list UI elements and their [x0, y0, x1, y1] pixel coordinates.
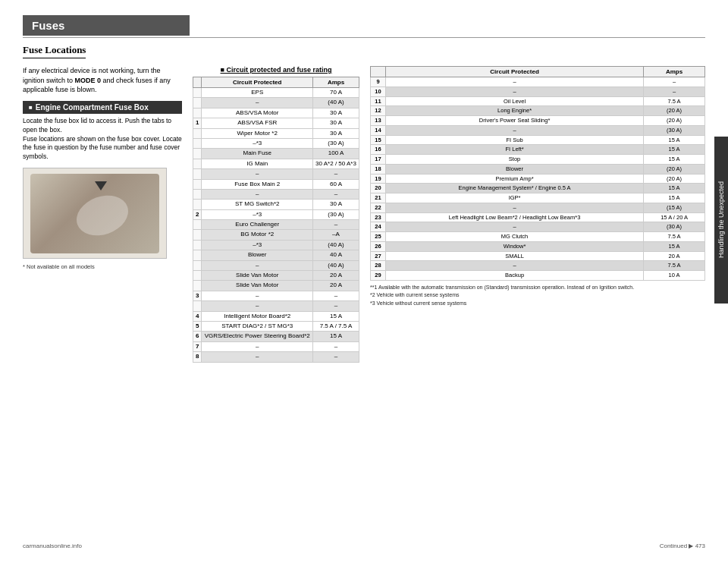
- table-row-num: [193, 301, 202, 311]
- right-table-row-amps: 15 A: [644, 145, 705, 155]
- page-title: Fuses: [23, 15, 190, 36]
- table-row-circuit: Main Fuse: [202, 149, 313, 159]
- table-row-circuit: –: [202, 352, 313, 362]
- right-table-row-num: 26: [371, 241, 386, 251]
- right-table-row-num: 22: [371, 203, 386, 212]
- table-row-amps: 15 A: [313, 332, 359, 341]
- engine-box-title: Engine Compartment Fuse Box: [36, 103, 149, 112]
- right-table-row-amps: (20 A): [644, 116, 705, 126]
- right-table-row: 10––: [371, 86, 705, 96]
- table-row: –*3(40 A): [193, 240, 359, 250]
- table-row-num: [193, 128, 202, 138]
- table-row-num: [193, 230, 202, 240]
- table-row-amps: 15 A: [313, 311, 359, 321]
- table-row-circuit: ABS/VSA FSR: [202, 118, 313, 128]
- table-row-amps: (40 A): [313, 240, 359, 250]
- right-table-row-circuit: –: [386, 203, 644, 212]
- table-row-circuit: –: [202, 169, 313, 179]
- right-table-row: 22–(15 A): [371, 203, 705, 212]
- table-row: 4Intelligent Motor Board*215 A: [193, 311, 359, 321]
- table-row-num: 5: [193, 321, 202, 331]
- right-table-row-circuit: FI Left*: [386, 145, 644, 155]
- right-table-row-num: 21: [371, 193, 386, 203]
- right-table-row-num: 27: [371, 251, 386, 261]
- table-row-num: 1: [193, 118, 202, 128]
- table-row-num: [193, 281, 202, 291]
- right-table-row-amps: 15 A: [644, 184, 705, 193]
- right-table-row-circuit: Backup: [386, 271, 644, 281]
- page-number: ▶: [689, 543, 695, 549]
- table-row-circuit: –: [202, 189, 313, 199]
- footnote-right-2: *2 Vehicle with current sense systems: [370, 291, 705, 300]
- watermark: carmanualsonline.info: [23, 543, 82, 549]
- right-table-row: 24–(30 A): [371, 222, 705, 232]
- table-row-amps: 30 A*2 / 50 A*3: [313, 159, 359, 168]
- right-table-row: 19Premium Amp*(20 A): [371, 174, 705, 184]
- table-row: Main Fuse100 A: [193, 149, 359, 159]
- table-row: ––: [193, 301, 359, 311]
- table-row: ––: [193, 189, 359, 199]
- table-row-num: [193, 108, 202, 118]
- engine-box-header: Engine Compartment Fuse Box: [23, 101, 182, 114]
- table-row: EPS70 A: [193, 88, 359, 98]
- table-row-amps: 30 A: [313, 118, 359, 128]
- table-row: ST MG Switch*230 A: [193, 200, 359, 209]
- fuse-box-image: [23, 168, 167, 259]
- table-row-amps: –: [313, 341, 359, 351]
- right-table-row: 15FI Sub15 A: [371, 135, 705, 145]
- table-row-amps: 30 A: [313, 128, 359, 138]
- engine-desc-1: Locate the fuse box lid to access it. Pu…: [23, 117, 171, 134]
- table-row-num: 3: [193, 291, 202, 300]
- continued-label: Continued ▶ 473: [660, 543, 705, 549]
- right-table-row-circuit: Window*: [386, 241, 644, 251]
- table-row-circuit: START DIAG*2 / ST MG*3: [202, 321, 313, 331]
- right-table-row: 29Backup10 A: [371, 271, 705, 281]
- side-tab: Handling the Unexpected: [714, 137, 728, 304]
- table-row-amps: –: [313, 220, 359, 230]
- table-row-amps: (30 A): [313, 138, 359, 148]
- right-table-row-amps: 15 A: [644, 155, 705, 165]
- table-row-num: [193, 98, 202, 108]
- right-table-row-num: 29: [371, 271, 386, 281]
- table-row: –(40 A): [193, 260, 359, 270]
- right-table-row-circuit: SMALL: [386, 251, 644, 261]
- table-row-amps: 30 A: [313, 200, 359, 209]
- right-table-row-amps: 15 A: [644, 135, 705, 145]
- intro-text: If any electrical device is not working,…: [23, 66, 182, 95]
- table-row: 6VGRS/Electric Power Steering Board*215 …: [193, 332, 359, 341]
- table-row-amps: 20 A: [313, 281, 359, 291]
- right-table-row-num: 12: [371, 106, 386, 116]
- right-table-row: 20Engine Management System* / Engine 0.5…: [371, 184, 705, 193]
- right-table-row-amps: (20 A): [644, 174, 705, 184]
- table-row: ABS/VSA Motor30 A: [193, 108, 359, 118]
- table-row: 2–*3(30 A): [193, 209, 359, 219]
- col-num-header: [193, 77, 202, 88]
- right-table-row-num: 13: [371, 116, 386, 126]
- right-table-row: 28–7.5 A: [371, 261, 705, 271]
- right-table-row: 14–(30 A): [371, 125, 705, 135]
- table-row: 3––: [193, 291, 359, 300]
- right-table-row-circuit: IGP*: [386, 193, 644, 203]
- table-row-num: [193, 179, 202, 189]
- right-table-row-circuit: Stop: [386, 155, 644, 165]
- right-table-row: 11Oil Level7.5 A: [371, 96, 705, 106]
- table-row-num: [193, 250, 202, 260]
- table-row: Blower40 A: [193, 250, 359, 260]
- table-row: 5START DIAG*2 / ST MG*37.5 A / 7.5 A: [193, 321, 359, 331]
- table-row-amps: (40 A): [313, 98, 359, 108]
- table-row-num: [193, 159, 202, 168]
- table-row-amps: (40 A): [313, 260, 359, 270]
- right-table-row-num: 16: [371, 145, 386, 155]
- table-row-num: [193, 189, 202, 199]
- title-divider: [23, 37, 705, 38]
- table-row-circuit: –*3: [202, 240, 313, 250]
- right-table-row-circuit: MG Clutch: [386, 232, 644, 242]
- table-row-circuit: Fuse Box Main 2: [202, 179, 313, 189]
- table-row-amps: –A: [313, 230, 359, 240]
- table-row-num: 6: [193, 332, 202, 341]
- table-row: Wiper Motor *230 A: [193, 128, 359, 138]
- table-row: ––: [193, 169, 359, 179]
- right-table-row: 21IGP*15 A: [371, 193, 705, 203]
- table-row-num: [193, 240, 202, 250]
- right-table-row-amps: 15 A: [644, 241, 705, 251]
